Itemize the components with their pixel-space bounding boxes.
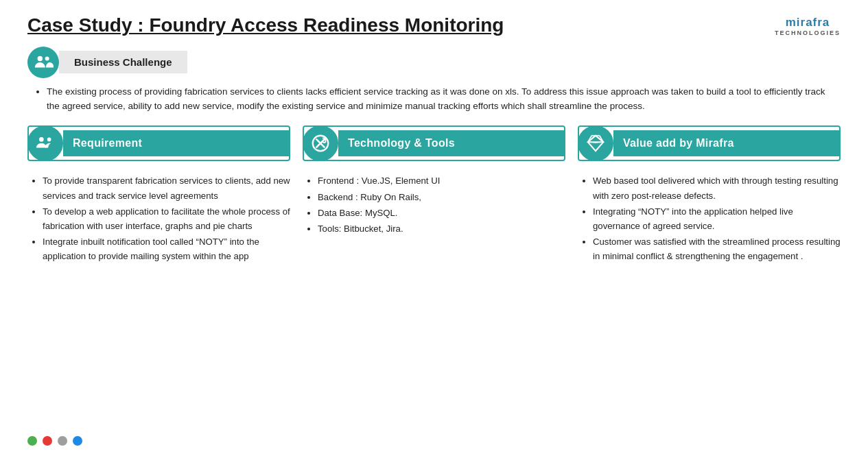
business-challenge-bullet-0: The existing process of providing fabric… [47,85,841,114]
tools-icon [310,133,331,154]
diamond-icon [585,133,606,154]
col-title-value: Value add by Mirafra [613,130,839,156]
logo-name: mirafra [775,16,841,29]
requirement-bullet-1: To develop a web application to facilita… [43,204,290,233]
requirement-icon [35,133,56,154]
logo: mirafra TECHNOLOGIES [775,14,841,36]
col-header-value: Value add by Mirafra [578,125,841,161]
col-requirement: Requirement To provide transparent fabri… [27,125,303,265]
people-badge-icon [33,52,54,73]
col-technology: Technology & Tools Frontend : Vue.JS, El… [303,125,578,265]
requirement-bullets: To provide transparent fabrication servi… [27,173,290,263]
technology-icon-circle [303,125,338,161]
value-bullets: Web based tool delivered which with thro… [578,173,841,263]
technology-bullet-3: Tools: Bitbucket, Jira. [318,221,565,236]
col-header-requirement: Requirement [27,125,290,161]
dot-green [27,436,37,446]
svg-point-0 [38,56,43,61]
col-title-technology: Technology & Tools [338,130,564,156]
dot-gray [58,436,67,446]
columns-area: Requirement To provide transparent fabri… [27,125,841,265]
technology-bullet-1: Backend : Ruby On Rails, [318,190,565,204]
value-bullet-0: Web based tool delivered which with thro… [593,173,841,202]
value-icon-circle [578,125,613,161]
business-challenge-icon [27,47,59,78]
dot-red [43,436,52,446]
svg-point-3 [47,138,51,142]
svg-point-1 [45,56,49,60]
footer-dots [27,436,82,446]
requirement-bullet-0: To provide transparent fabrication servi… [43,173,290,202]
business-challenge-label: Business Challenge [59,51,187,73]
col-title-requirement: Requirement [63,130,289,156]
page-title: Case Study : Foundry Access Readiness Mo… [27,14,504,37]
business-challenge-bullets: The existing process of providing fabric… [27,85,841,114]
requirement-bullet-2: Integrate inbuilt notification tool call… [43,234,290,263]
technology-bullet-0: Frontend : Vue.JS, Element UI [318,173,565,188]
col-header-technology: Technology & Tools [303,125,565,161]
col-value: Value add by Mirafra Web based tool deli… [578,125,841,265]
technology-bullet-2: Data Base: MySQL. [318,206,565,220]
technology-bullets: Frontend : Vue.JS, Element UI Backend : … [303,173,565,236]
svg-point-2 [39,138,44,143]
value-bullet-2: Customer was satisfied with the streamli… [593,234,841,263]
requirement-icon-circle [27,125,63,161]
value-bullet-1: Integrating “NOTY” into the application … [593,204,841,233]
logo-sub: TECHNOLOGIES [775,29,841,36]
dot-blue [73,436,82,446]
header: Case Study : Foundry Access Readiness Mo… [27,14,841,37]
business-challenge-header: Business Challenge [27,47,841,78]
